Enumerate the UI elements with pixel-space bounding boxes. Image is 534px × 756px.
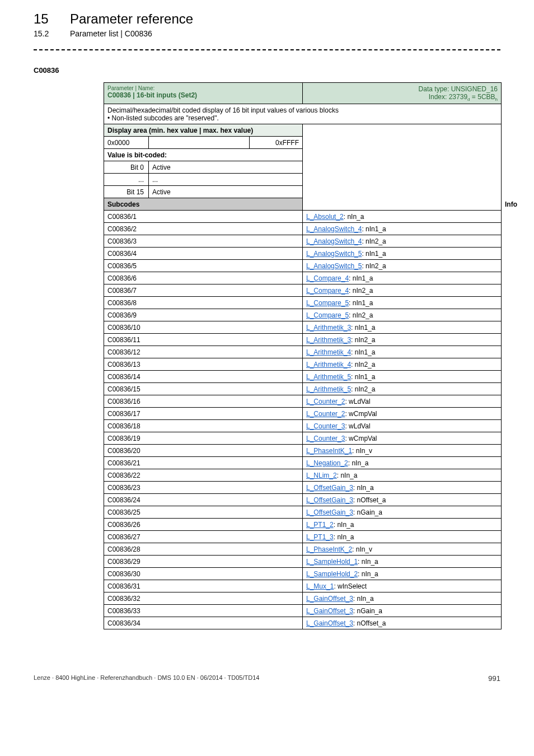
info-suffix: : nIn2_a [349, 287, 373, 295]
index-label: Index: 23739d = 5CBBh [306, 93, 498, 102]
table-row: C00836/24L_OffsetGain_3: nOffset_a [104, 494, 502, 506]
block-link[interactable]: L_Counter_3 [306, 422, 345, 430]
block-link[interactable]: L_AnalogSwitch_4 [306, 225, 362, 233]
info-cell: L_AnalogSwitch_5: nIn2_a [303, 260, 502, 272]
subcode-cell: C00836/21 [104, 457, 303, 469]
info-cell: L_GainOffset_3: nIn_a [303, 592, 502, 605]
info-suffix: : wLdVal [345, 398, 370, 405]
chapter-number: 15 [34, 11, 70, 27]
block-link[interactable]: L_Compare_5 [306, 299, 349, 307]
subcode-cell: C00836/32 [104, 592, 303, 605]
block-link[interactable]: L_OffsetGain_3 [306, 484, 353, 492]
info-suffix: : nIn_a [337, 472, 358, 479]
block-link[interactable]: L_PT1_3 [306, 533, 334, 541]
subcode-cell: C00836/6 [104, 272, 303, 284]
info-cell: L_Compare_5: nIn1_a [303, 297, 502, 309]
info-cell: L_Arithmetik_5: nIn1_a [303, 371, 502, 383]
subcode-cell: C00836/2 [104, 223, 303, 235]
subcode-cell: C00836/7 [104, 284, 303, 297]
info-cell: L_AnalogSwitch_4: nIn2_a [303, 235, 502, 248]
block-link[interactable]: L_Arithmetik_3 [306, 336, 351, 344]
description-row: Decimal/hexadecimal/bit coded display of… [104, 104, 502, 124]
info-cell: L_Arithmetik_3: nIn2_a [303, 334, 502, 346]
subcode-cell: C00836/8 [104, 297, 303, 309]
block-link[interactable]: L_SampleHold_2 [306, 570, 358, 578]
info-suffix: : wLdVal [345, 422, 370, 430]
section-title: Parameter list | C00836 [70, 29, 152, 38]
info-suffix: : wInSelect [334, 582, 367, 590]
block-link[interactable]: L_GainOffset_3 [306, 619, 353, 627]
info-suffix: : nIn2_a [362, 237, 386, 245]
display-area-label: Display area (min. hex value | max. hex … [104, 124, 303, 137]
info-cell: L_Counter_3: wCmpVal [303, 432, 502, 445]
page-number: 991 [488, 674, 500, 683]
block-link[interactable]: L_PhaseIntK_1 [306, 447, 352, 455]
block-link[interactable]: L_Compare_5 [306, 311, 349, 319]
table-row: C00836/11L_Arithmetik_3: nIn2_a [104, 334, 502, 346]
block-link[interactable]: L_OffsetGain_3 [306, 508, 353, 516]
footer-left-text: Lenze · 8400 HighLine · Referenzhandbuch… [34, 674, 259, 681]
subcode-cell: C00836/33 [104, 605, 303, 617]
subcode-cell: C00836/10 [104, 321, 303, 334]
info-cell: L_Compare_5: nIn2_a [303, 309, 502, 321]
block-link[interactable]: L_Absolut_2 [306, 213, 344, 221]
subcode-cell: C00836/18 [104, 420, 303, 432]
block-link[interactable]: L_Counter_3 [306, 435, 345, 442]
block-link[interactable]: L_SampleHold_1 [306, 558, 358, 566]
info-cell: L_AnalogSwitch_5: nIn1_a [303, 248, 502, 260]
block-link[interactable]: L_PhaseIntK_2 [306, 545, 352, 553]
info-suffix: : nOffset_a [353, 619, 386, 627]
subcode-cell: C00836/26 [104, 519, 303, 531]
block-link[interactable]: L_Negation_2 [306, 459, 348, 467]
subcode-cell: C00836/11 [104, 334, 303, 346]
block-link[interactable]: L_AnalogSwitch_5 [306, 262, 362, 270]
info-cell: L_NLim_2: nIn_a [303, 469, 502, 482]
table-row: C00836/18L_Counter_3: wLdVal [104, 420, 502, 432]
subcode-cell: C00836/9 [104, 309, 303, 321]
block-link[interactable]: L_Counter_2 [306, 410, 345, 418]
block-link[interactable]: L_Mux_1 [306, 582, 334, 590]
table-row: C00836/21L_Negation_2: nIn_a [104, 457, 502, 469]
table-row: C00836/26L_PT1_2: nIn_a [104, 519, 502, 531]
data-type-label: Data type: UNSIGNED_16 [306, 85, 498, 93]
subcode-cell: C00836/22 [104, 469, 303, 482]
subcodes-header: Subcodes [104, 198, 303, 211]
table-row: C00836/29L_SampleHold_1: nIn_a [104, 556, 502, 568]
subcode-cell: C00836/14 [104, 371, 303, 383]
block-link[interactable]: L_PT1_2 [306, 521, 334, 529]
info-suffix: : nIn_a [358, 570, 378, 578]
info-suffix: : nIn1_a [351, 373, 375, 381]
block-link[interactable]: L_AnalogSwitch_4 [306, 237, 362, 245]
block-link[interactable]: L_Compare_4 [306, 274, 349, 282]
parameter-code-heading: C00836 [34, 66, 500, 74]
block-link[interactable]: L_Counter_2 [306, 398, 345, 405]
block-link[interactable]: L_Compare_4 [306, 287, 349, 295]
subcode-cell: C00836/15 [104, 383, 303, 395]
block-link[interactable]: L_Arithmetik_5 [306, 385, 351, 393]
subcode-cell: C00836/1 [104, 211, 303, 223]
block-link[interactable]: L_GainOffset_3 [306, 595, 353, 603]
table-row: C00836/22L_NLim_2: nIn_a [104, 469, 502, 482]
block-link[interactable]: L_AnalogSwitch_5 [306, 250, 362, 258]
subcode-cell: C00836/16 [104, 395, 303, 408]
info-cell: L_SampleHold_2: nIn_a [303, 568, 502, 580]
block-link[interactable]: L_Arithmetik_3 [306, 324, 351, 332]
block-link[interactable]: L_Arithmetik_5 [306, 373, 351, 381]
info-suffix: : nIn1_a [349, 299, 373, 307]
block-link[interactable]: L_NLim_2 [306, 472, 337, 479]
block-link[interactable]: L_GainOffset_3 [306, 607, 353, 615]
table-row: C00836/31L_Mux_1: wInSelect [104, 580, 502, 592]
info-cell: L_Compare_4: nIn2_a [303, 284, 502, 297]
info-suffix: : nIn_a [334, 533, 354, 541]
chapter-title: Parameter reference [70, 11, 193, 27]
subcode-cell: C00836/20 [104, 445, 303, 457]
display-area-row: Display area (min. hex value | max. hex … [104, 124, 502, 137]
max-hex-value: 0xFFFF [250, 137, 303, 149]
table-row: C00836/1L_Absolut_2: nIn_a [104, 211, 502, 223]
block-link[interactable]: L_Arithmetik_4 [306, 348, 351, 356]
block-link[interactable]: L_Arithmetik_4 [306, 361, 351, 368]
info-cell: L_Negation_2: nIn_a [303, 457, 502, 469]
block-link[interactable]: L_OffsetGain_3 [306, 496, 353, 504]
info-suffix: : nGain_a [353, 607, 382, 615]
param-name-label: Parameter | Name: [107, 85, 299, 91]
